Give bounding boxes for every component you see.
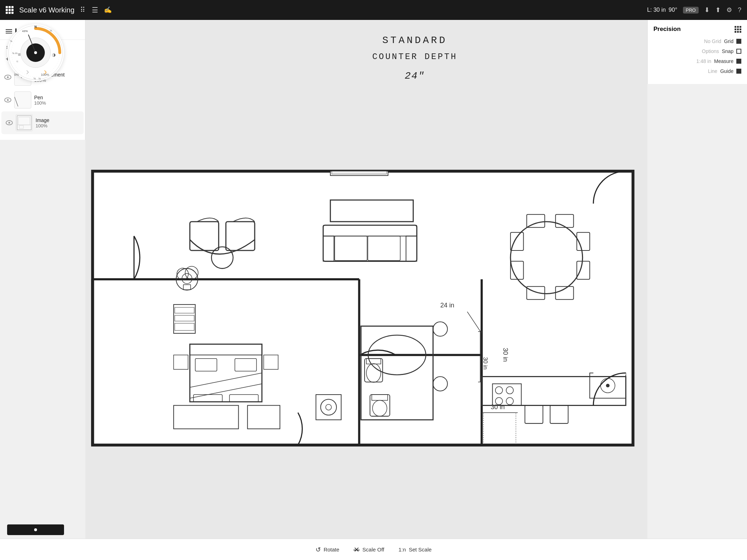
hamburger-icon[interactable]: ☰ (92, 6, 98, 14)
l-value: L: 30 in (647, 7, 666, 13)
svg-text:30 in: 30 in (502, 348, 509, 362)
share-icon[interactable]: ⬆ (715, 6, 721, 14)
guide-checkbox[interactable] (736, 69, 741, 74)
svg-text:43%: 43% (22, 30, 28, 33)
svg-text:⅛: ⅛ (33, 77, 36, 80)
svg-rect-32 (332, 171, 387, 174)
header-left: Scale v6 Working ⠿ ☰ ✍ (6, 6, 112, 14)
svg-rect-1 (18, 117, 30, 125)
svg-text:⅛: ⅛ (10, 39, 12, 43)
guide-row: Line Guide (653, 68, 741, 74)
svg-text:0%: 0% (14, 73, 19, 76)
svg-text:30 in: 30 in (482, 357, 489, 370)
options-label: Options (702, 48, 719, 54)
image-thumb-svg (16, 115, 32, 131)
pro-badge: PRO (683, 7, 699, 14)
panel-grid-icon[interactable] (735, 26, 741, 33)
measure-row: 1:48 in Measure (653, 58, 741, 64)
app-grid-icon[interactable] (6, 6, 14, 14)
header-right: L: 30 in 90° PRO ⬇ ⬆ ⚙ ? (647, 6, 741, 14)
pen-thumb (14, 91, 31, 109)
set-scale-button[interactable]: 1:n Set Scale (398, 546, 431, 553)
svg-text:¼: ¼ (50, 29, 52, 32)
rotate-button[interactable]: ↺ Rotate (316, 546, 339, 554)
dimension-info: L: 30 in 90° (647, 7, 677, 13)
dots-menu-icon[interactable]: ⠿ (80, 6, 86, 14)
scale-ratio-label: 1:n (398, 546, 406, 553)
svg-text:⅛ in: ⅛ in (12, 52, 17, 55)
canvas-area: STANDARD COUNTER DEPTH 24" (85, 20, 647, 539)
panel-header: Precision (653, 26, 741, 33)
pen-layer-pct: 100% (34, 100, 46, 106)
image-layer-name: Image (36, 117, 49, 123)
settings-icon[interactable]: ⚙ (726, 6, 732, 14)
image-layer-info: Image 100% (36, 117, 49, 128)
svg-point-16 (34, 51, 37, 54)
svg-text:◑: ◑ (52, 52, 55, 57)
layer-item-image[interactable]: Image 100% (1, 111, 84, 134)
svg-text:30 in: 30 in (491, 403, 505, 411)
snap-row: Options Snap (653, 48, 741, 54)
snap-checkbox[interactable] (736, 49, 741, 54)
measure-prefix: 1:48 in (696, 58, 711, 64)
ruler-dot (34, 528, 37, 531)
svg-text:24 in: 24 in (440, 301, 455, 309)
image-thumb (16, 114, 33, 131)
grid-row: No Grid Grid (653, 38, 741, 44)
svg-text:≡: ≡ (18, 52, 21, 57)
pen-line-icon (14, 96, 18, 107)
scale-off-icon: ✕ (354, 545, 360, 554)
rotate-label: Rotate (324, 546, 339, 553)
svg-rect-3 (19, 126, 23, 128)
guide-label: Guide (720, 68, 733, 74)
angle-value: 90° (669, 7, 677, 13)
scale-off-label: Scale Off (362, 546, 384, 553)
rotate-icon: ↺ (316, 546, 321, 554)
panel-title: Precision (653, 26, 681, 33)
app-title: Scale v6 Working (19, 6, 74, 14)
layer-visibility-pen[interactable] (4, 97, 11, 102)
no-grid-label: No Grid (704, 38, 721, 44)
bottom-toolbar: ↺ Rotate ✕ Scale Off 1:n Set Scale (0, 539, 747, 560)
svg-text:¼: ¼ (38, 77, 41, 80)
svg-point-66 (606, 384, 610, 387)
download-icon[interactable]: ⬇ (704, 6, 710, 14)
floorplan-svg: 24 in 30 in 30 in 30 in (85, 20, 647, 539)
header: Scale v6 Working ⠿ ☰ ✍ L: 30 in 90° PRO … (0, 0, 747, 20)
grid-label: Grid (724, 38, 733, 44)
set-scale-label: Set Scale (409, 546, 431, 553)
measure-label: Measure (714, 58, 733, 64)
layer-item-pen[interactable]: Pen 100% (0, 89, 85, 111)
image-layer-pct: 100% (36, 123, 49, 128)
pen-tool-icon[interactable]: ✍ (104, 6, 112, 14)
grid-checkbox[interactable] (736, 39, 741, 44)
svg-text:N: N (35, 25, 37, 28)
help-icon[interactable]: ? (738, 6, 741, 14)
snap-label: Snap (722, 48, 733, 54)
compass-wheel[interactable]: N ⅛ in ¼ ⅛ 0% 100% 43% ≡ ≈ ◑ ⅛ ¼ (7, 24, 64, 81)
svg-text:≈: ≈ (16, 59, 18, 63)
ruler-bar[interactable] (7, 524, 64, 535)
precision-panel: Precision No Grid Grid Options Snap 1:48… (647, 20, 747, 84)
measure-checkbox[interactable] (736, 59, 741, 64)
pen-layer-info: Pen 100% (34, 95, 46, 106)
compass-svg: N ⅛ in ¼ ⅛ 0% 100% 43% ≡ ≈ ◑ ⅛ ¼ (7, 24, 64, 81)
pen-layer-name: Pen (34, 95, 46, 100)
layer-visibility-image[interactable] (6, 120, 13, 125)
scale-off-button[interactable]: ✕ Scale Off (354, 545, 384, 554)
line-label: Line (708, 68, 717, 74)
